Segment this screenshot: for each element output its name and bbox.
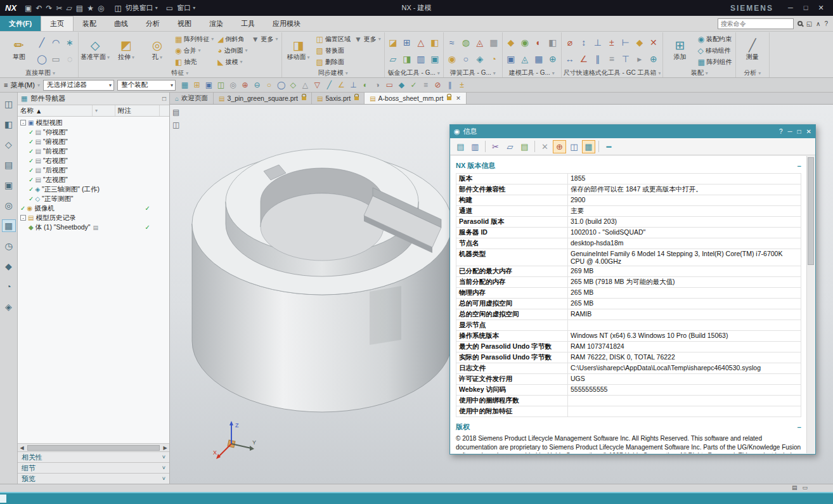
ribbon-tool-icon[interactable]: ◧ [546, 37, 559, 48]
more-synchronous-button[interactable]: ▼更多▾ [353, 35, 382, 44]
panel-dependencies[interactable]: 相关性˅ [18, 451, 169, 462]
ribbon-tool-icon[interactable]: ◉ [446, 54, 458, 64]
scroll-thumb[interactable] [808, 157, 814, 265]
help-icon[interactable]: ? [824, 20, 828, 27]
reuse-library-icon[interactable]: ▤ [2, 158, 16, 171]
info-dialog-titlebar[interactable]: ◉ 信息 ?─□✕ [450, 125, 815, 138]
measure-button[interactable]: ╱测量 [738, 39, 767, 61]
delete-face-button[interactable]: ▨删除面 [315, 58, 352, 67]
close-button[interactable]: ✕ [814, 4, 828, 12]
navigator-hscrollbar[interactable]: ◀ ▶ [18, 443, 169, 451]
panel-details[interactable]: 细节˅ [18, 462, 169, 473]
collapse-all-icon[interactable]: ━ [602, 140, 616, 153]
status-report-icon[interactable]: ▤ [792, 484, 797, 491]
ribbon-tool-icon[interactable]: ╱ [36, 37, 48, 48]
minimize-button[interactable]: ─ [784, 4, 797, 12]
ribbon-tool-icon[interactable]: ◬ [519, 54, 531, 64]
draft-button[interactable]: ◣拔模▾ [216, 58, 249, 67]
fullscreen-icon[interactable]: ◱ [806, 20, 812, 27]
ribbon-tool-icon[interactable]: ▱ [387, 54, 399, 64]
close-tab-icon[interactable]: ✕ [456, 95, 461, 101]
node-view-isometric[interactable]: ✓◇"正等测图" [18, 194, 169, 204]
shell-button[interactable]: ◧抽壳 [174, 58, 215, 67]
layers-icon[interactable]: ◫ [172, 120, 179, 129]
clipboard-icon[interactable]: ▤ [172, 108, 179, 117]
selection-bar-icon[interactable]: ⊕ [239, 81, 251, 89]
selection-bar-icon[interactable]: ◎ [227, 81, 239, 89]
node-view-trimetric[interactable]: ✓◈"正三轴测图" (工作) [18, 184, 169, 194]
touch-mode-icon[interactable]: ◈ [2, 300, 16, 313]
ribbon-tool-icon[interactable]: ◈ [474, 54, 486, 64]
tab-tools[interactable]: 工具 [232, 16, 264, 31]
selection-bar-icon[interactable]: ◯ [275, 81, 287, 89]
ribbon-tool-icon[interactable]: ▸ [633, 54, 646, 64]
model-3d[interactable] [183, 138, 462, 423]
status-window-icon[interactable]: ▭ [802, 484, 808, 491]
color-palette-icon[interactable]: ◆ [2, 260, 16, 273]
redo-icon[interactable]: ↷ [46, 4, 52, 13]
print-icon[interactable]: ▥ [468, 140, 482, 153]
ribbon-tool-icon[interactable]: ◠ [49, 37, 62, 48]
panel-preview[interactable]: 预览˅ [18, 473, 169, 484]
info-dialog-scrollbar[interactable] [806, 156, 815, 453]
export-icon[interactable]: ▤ [454, 140, 467, 153]
window-button[interactable]: ▭窗口▾ [164, 3, 195, 13]
ribbon-tool-icon[interactable]: ◉ [519, 37, 531, 48]
ribbon-tool-icon[interactable]: ≈ [446, 37, 458, 48]
pattern-feature-button[interactable]: ▦阵列特征▾ [174, 35, 215, 44]
ribbon-tool-icon[interactable]: ▥ [415, 54, 427, 64]
copy-icon[interactable]: ▱ [67, 4, 72, 13]
column-header-附注[interactable]: 附注 [115, 105, 160, 116]
node-model-history[interactable]: -▤模型历史记录 [18, 213, 169, 223]
scroll-left-icon[interactable]: ◀ [18, 445, 26, 451]
tab-view[interactable]: 视图 [169, 16, 200, 31]
ribbon-tool-icon[interactable]: ⊥ [591, 37, 604, 48]
assembly-navigator-icon[interactable]: ◫ [2, 98, 16, 110]
ribbon-tool-icon[interactable]: ∗ [63, 37, 76, 48]
doc-tab-3-pin-green-square[interactable]: ▤3_pin_green_square.prt [214, 93, 312, 104]
move-face-button[interactable]: ◨移动面▾ [284, 39, 313, 61]
tab-assemblies[interactable]: 装配 [74, 16, 105, 31]
offset-region-button[interactable]: ◫偏置区域 [315, 35, 352, 44]
ribbon-tool-icon[interactable]: ◐ [533, 37, 545, 48]
selection-bar-icon[interactable]: ⊘ [432, 81, 444, 89]
selection-bar-icon[interactable]: ◫ [215, 81, 227, 89]
tab-curve[interactable]: 曲线 [105, 16, 137, 31]
selection-bar-icon[interactable]: ⊖ [251, 81, 263, 89]
sketch-button[interactable]: ✏草图 [4, 39, 34, 61]
node-view-top[interactable]: ✓▤"俯视图" [18, 137, 169, 146]
selection-bar-icon[interactable]: ✓ [408, 81, 420, 89]
collapse-section-icon[interactable]: − [797, 162, 801, 170]
selection-bar-icon[interactable]: ▦ [179, 81, 191, 89]
compare-icon[interactable]: ◫ [567, 140, 581, 153]
help-button[interactable]: ? [779, 128, 783, 135]
dialog-minimize-button[interactable]: ─ [787, 128, 792, 135]
ribbon-tool-icon[interactable]: ↕ [578, 37, 590, 48]
report-icon[interactable]: ▦ [582, 140, 595, 153]
unite-button[interactable]: ◉合并▾ [174, 46, 215, 55]
ribbon-tool-icon[interactable]: ▣ [505, 54, 517, 64]
collapse-section-icon[interactable]: − [797, 423, 801, 431]
hole-button[interactable]: ◎孔▾ [143, 39, 172, 61]
cut-icon[interactable]: ✂ [56, 4, 63, 13]
tab-home[interactable]: 主页 [41, 16, 74, 31]
ribbon-tool-icon[interactable]: ◆ [633, 37, 646, 48]
selection-bar-icon[interactable]: ∠ [335, 81, 347, 89]
ribbon-tool-icon[interactable]: ⌀ [564, 37, 576, 48]
selection-bar-icon[interactable]: ▭ [384, 81, 396, 89]
minimize-ribbon-icon[interactable]: ∧ [816, 20, 820, 27]
node-view-back[interactable]: ✓▤"后视图" [18, 165, 169, 175]
ribbon-tool-icon[interactable]: ⊕ [647, 54, 660, 64]
scroll-right-icon[interactable]: ▶ [161, 445, 169, 451]
selection-bar-icon[interactable]: ╱ [323, 81, 335, 89]
datum-plane-button[interactable]: ◇基准平面▾ [81, 39, 110, 61]
selection-bar-icon[interactable]: ▣ [203, 81, 215, 89]
node-view-left[interactable]: ✓▤"左视图" [18, 175, 169, 184]
replace-face-button[interactable]: ▧替换面 [315, 46, 352, 55]
find-icon[interactable]: ⊕ [553, 140, 566, 153]
selection-bar-icon[interactable]: ◑ [371, 81, 384, 89]
command-search-input[interactable] [718, 18, 794, 29]
ribbon-tool-icon[interactable]: ◨ [401, 54, 413, 64]
node-view-right[interactable]: ✓▤"右视图" [18, 156, 169, 165]
history-icon[interactable]: ◷ [2, 240, 16, 252]
